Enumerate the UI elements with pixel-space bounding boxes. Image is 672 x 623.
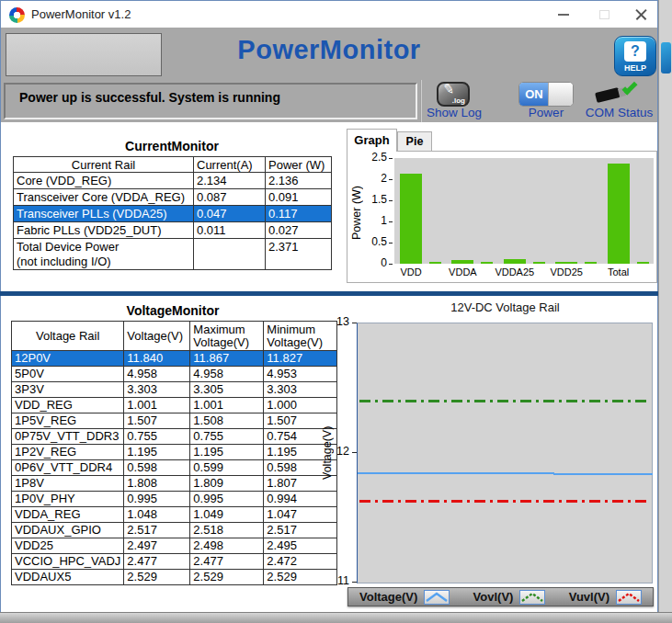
- column-header: Voltage Rail: [12, 322, 124, 351]
- voltage-series-line: [553, 473, 653, 475]
- table-row[interactable]: 1P8V1.8081.8091.807: [12, 476, 337, 492]
- table-row[interactable]: 1P5V_REG1.5071.5081.507: [12, 413, 337, 429]
- table-row[interactable]: VCCIO_HPC_VADJ2.4772.4772.472: [12, 554, 337, 570]
- power-toggle[interactable]: ON: [518, 82, 574, 107]
- maximize-button[interactable]: [586, 1, 622, 28]
- legend-entry[interactable]: Vuvl(V): [569, 590, 642, 605]
- table-cell: Transceiver PLLs (VDDA25): [14, 206, 194, 222]
- table-row[interactable]: Transceiver Core (VDDA_REG)0.0870.091: [14, 189, 332, 206]
- y-tick-label: 2.5: [347, 151, 387, 164]
- power-bar-plot: [394, 158, 654, 264]
- com-status-label: COM Status: [580, 106, 658, 119]
- help-button[interactable]: ? HELP: [614, 36, 656, 76]
- table-cell: 0.755: [190, 429, 264, 445]
- table-row[interactable]: 1P2V_REG1.1951.1951.195: [12, 445, 337, 460]
- y-tick-mark: [389, 243, 393, 244]
- legend-line-icon: [616, 590, 642, 605]
- question-mark-icon: ?: [624, 41, 646, 62]
- table-cell: 2.495: [264, 538, 337, 554]
- table-cell: 1.809: [190, 476, 264, 492]
- table-cell: 1P0V_PHY: [12, 492, 124, 507]
- close-button[interactable]: [624, 1, 658, 28]
- bar: [400, 174, 422, 264]
- bar: [504, 259, 526, 264]
- table-row[interactable]: Total Device Power(not including I/O)2.3…: [14, 239, 332, 270]
- table-cell: 3.303: [264, 382, 337, 398]
- column-header: Maximum Voltage(V): [190, 322, 264, 351]
- table-row[interactable]: Transceiver PLLs (VDDA25)0.0470.117: [14, 206, 332, 222]
- y-tick-label: 0.5: [347, 235, 387, 248]
- legend-entry[interactable]: Vovl(V): [473, 590, 546, 605]
- baseline-dash: [481, 262, 493, 264]
- power-graph-panel: Power (W) 00.511.522.5 VDDVDDAVDDA25VDD2…: [347, 151, 657, 283]
- table-cell: 1.808: [124, 476, 190, 492]
- table-row[interactable]: VDDAUX52.5292.5292.529: [12, 570, 337, 585]
- toggle-knob[interactable]: [548, 83, 573, 106]
- bar: [608, 164, 630, 264]
- com-status-indicator: [594, 80, 642, 106]
- table-row[interactable]: 1P0V_PHY0.9950.9950.994: [12, 492, 337, 507]
- y-tick-mark: [389, 200, 393, 201]
- y-tick-label: 13: [331, 315, 349, 328]
- window-bottom-edge: [0, 612, 672, 623]
- clipped-content-fragment: [661, 42, 671, 74]
- voltage-monitor-table: Voltage RailVoltage(V)Maximum Voltage(V)…: [11, 321, 337, 585]
- table-row[interactable]: 3P3V3.3033.3053.303: [12, 382, 337, 398]
- minimize-icon: [558, 14, 569, 16]
- x-tick-label: VDD: [400, 266, 421, 278]
- table-cell: 0.091: [266, 189, 332, 206]
- minimize-button[interactable]: [545, 1, 582, 28]
- table-row[interactable]: 12P0V11.84011.86711.827: [12, 351, 337, 367]
- baseline-dash: [429, 262, 441, 264]
- column-header: Voltage(V): [124, 322, 190, 351]
- tab-pie[interactable]: Pie: [397, 131, 432, 152]
- y-tick-label: 1.5: [347, 193, 387, 206]
- x-tick-label: VDDA: [449, 266, 477, 278]
- table-row[interactable]: 5P0V4.9584.9584.953: [12, 367, 337, 382]
- table-cell: 0.047: [194, 206, 266, 222]
- table-cell: 5P0V: [12, 367, 124, 382]
- tab-graph[interactable]: Graph: [347, 129, 397, 152]
- table-cell: 2.498: [190, 538, 264, 554]
- table-cell: 2.518: [190, 523, 264, 538]
- column-header: Minimum Voltage(V): [264, 322, 337, 351]
- chart-legend: Voltage(V)Vovl(V)Vuvl(V): [347, 587, 654, 606]
- column-header: Power (W): [266, 157, 332, 173]
- table-row[interactable]: Fabric PLLs (VDD25_DUT)0.0110.027: [14, 222, 332, 239]
- table-cell: 1.508: [190, 413, 264, 429]
- table-cell: 3.305: [190, 382, 264, 398]
- voltage-series-line: [358, 472, 457, 474]
- table-cell: 2.517: [124, 523, 190, 538]
- table-row[interactable]: Core (VDD_REG)2.1342.136: [14, 173, 332, 189]
- voltage-series-line: [456, 472, 555, 474]
- table-cell: 0P6V_VTT_DDR4: [12, 460, 124, 476]
- header-banner: PowerMonitor ? HELP: [1, 28, 657, 80]
- bar: [451, 260, 473, 264]
- table-cell: 1.049: [190, 507, 264, 523]
- table-row[interactable]: 0P75V_VTT_DDR30.7550.7550.754: [12, 429, 337, 445]
- power-on-segment: ON: [519, 83, 549, 106]
- legend-line-icon: [424, 590, 450, 605]
- table-cell: 0.087: [194, 189, 266, 206]
- table-cell: 2.134: [194, 173, 266, 189]
- y-tick-label: 12: [331, 445, 349, 458]
- table-cell: 2.529: [264, 570, 337, 585]
- show-log-button[interactable]: ✎ .log: [437, 82, 470, 107]
- table-row[interactable]: VDDA_REG1.0481.0491.047: [12, 507, 337, 523]
- legend-label: Vuvl(V): [569, 590, 609, 604]
- table-cell: 0.599: [190, 460, 264, 476]
- table-row[interactable]: VDD252.4972.4982.495: [12, 538, 337, 554]
- table-cell: 11.840: [124, 351, 190, 367]
- table-cell: 4.953: [264, 367, 337, 382]
- status-bar: Power up is successful. System is runnin…: [1, 80, 657, 122]
- voltage-chart-title: 12V-DC Voltage Rail: [358, 300, 653, 314]
- show-log-label[interactable]: Show Log: [413, 106, 495, 119]
- table-row[interactable]: VDDAUX_GPIO2.5172.5182.517: [12, 523, 337, 538]
- table-cell: VDD25: [12, 538, 124, 554]
- table-cell: 2.472: [264, 554, 337, 570]
- legend-entry[interactable]: Voltage(V): [359, 590, 450, 605]
- table-cell: 2.497: [124, 538, 190, 554]
- table-row[interactable]: VDD_REG1.0011.0011.000: [12, 398, 337, 413]
- table-row[interactable]: 0P6V_VTT_DDR40.5980.5990.598: [12, 460, 337, 476]
- window-title: PowerMonitor v1.2: [31, 7, 131, 21]
